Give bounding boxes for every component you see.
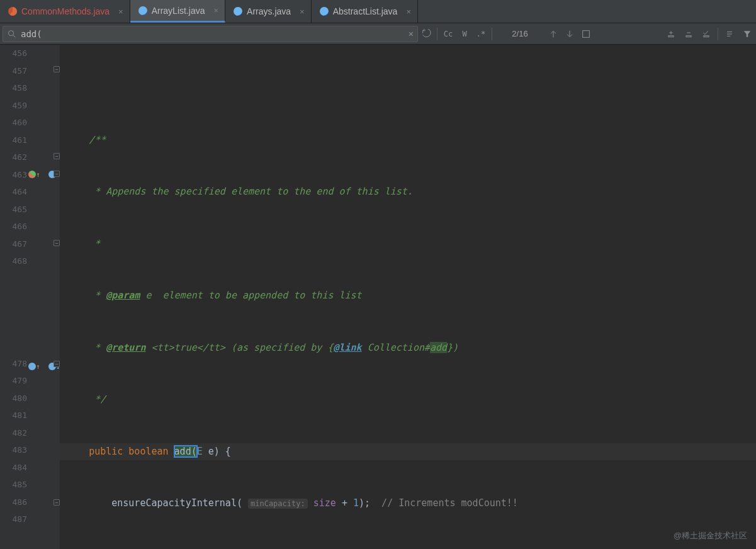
code: +	[336, 497, 353, 509]
close-icon[interactable]: ×	[300, 7, 305, 16]
line-number: 468	[0, 252, 27, 270]
tab-label: ArrayList.java	[152, 6, 205, 16]
line-number: 458	[0, 79, 27, 97]
line-number: 467	[0, 235, 27, 253]
tab-commonmethods[interactable]: CommonMethods.java ×	[0, 0, 130, 23]
separator	[437, 28, 437, 40]
match-case-button[interactable]: Cc	[440, 26, 456, 42]
line-number: 486	[0, 494, 27, 511]
fold-toggle-icon[interactable]: −	[54, 240, 60, 246]
doc-comment: <tt>	[145, 342, 174, 353]
clear-search-icon[interactable]: ×	[409, 29, 414, 39]
separator	[492, 28, 492, 40]
java-file-icon	[8, 6, 18, 16]
javadoc-return-tag: @return	[106, 342, 145, 353]
separator	[718, 28, 718, 40]
param-hint: minCapacity:	[248, 499, 308, 509]
field: size	[313, 497, 336, 509]
tab-arraylist[interactable]: ArrayList.java ×	[130, 0, 225, 23]
svg-rect-9	[686, 35, 691, 37]
java-file-icon	[319, 6, 329, 16]
tab-arrays[interactable]: Arrays.java ×	[225, 0, 312, 23]
line-number: 457	[0, 62, 27, 80]
prev-match-button[interactable]	[545, 26, 561, 42]
line-number: 485	[0, 476, 27, 494]
search-highlight-current: add(	[174, 446, 197, 457]
fold-toggle-icon[interactable]: −	[54, 171, 60, 177]
gutter: 456 457 458 459 460 461 462 463 464 465 …	[0, 45, 60, 549]
line-number: 481	[0, 407, 27, 424]
filter-button[interactable]	[738, 26, 756, 42]
add-selection-button[interactable]	[662, 26, 680, 42]
close-icon[interactable]: ×	[406, 7, 411, 16]
line-number: 464	[0, 183, 27, 201]
tab-label: AbstractList.java	[333, 6, 398, 16]
line-number: 483	[0, 441, 27, 459]
search-icon	[7, 29, 17, 39]
whole-word-button[interactable]: W	[456, 26, 473, 42]
line-number: 479	[0, 372, 27, 390]
fold-toggle-icon[interactable]: −	[54, 153, 60, 159]
fold-column: − − − − − −	[54, 45, 60, 549]
line-number: 463	[0, 166, 27, 184]
tab-abstractlist[interactable]: AbstractList.java ×	[312, 0, 418, 23]
line-number: 478	[0, 355, 27, 373]
doc-comment: *	[89, 342, 106, 353]
editor-tab-bar: CommonMethods.java × ArrayList.java × Ar…	[0, 0, 756, 23]
tab-label: Arrays.java	[247, 6, 291, 16]
javadoc-param-tag: @param	[106, 290, 140, 301]
line-number: 460	[0, 114, 27, 132]
svg-rect-4	[583, 30, 590, 37]
type: E	[197, 446, 203, 457]
search-input[interactable]	[21, 29, 409, 39]
line-number: 456	[0, 45, 27, 62]
doc-comment: *	[89, 290, 106, 301]
export-results-button[interactable]	[721, 26, 738, 42]
svg-point-0	[9, 30, 14, 35]
select-all-occurrences-button[interactable]	[697, 26, 715, 42]
close-icon[interactable]: ×	[213, 6, 218, 15]
tab-label: CommonMethods.java	[21, 6, 110, 16]
keyword: public	[89, 446, 123, 457]
line-number: 462	[0, 149, 27, 166]
svg-rect-10	[704, 35, 709, 37]
javadoc-link-tag: @link	[333, 342, 361, 353]
line-number: 461	[0, 132, 27, 149]
history-icon[interactable]	[418, 26, 434, 42]
doc-comment: </tt> (as specified by {	[197, 342, 334, 353]
line-number: 480	[0, 390, 27, 407]
doc-comment: })	[447, 342, 458, 353]
code: );	[359, 497, 381, 509]
line-comment: // Increments modCount!!	[381, 497, 518, 509]
remove-selection-button[interactable]	[680, 26, 697, 42]
doc-comment: *	[89, 238, 100, 249]
svg-marker-14	[744, 31, 751, 37]
doc-comment: Collection#	[362, 342, 430, 353]
line-number: 459	[0, 97, 27, 115]
doc-comment: true	[174, 342, 197, 353]
select-all-button[interactable]	[578, 26, 594, 42]
doc-comment: * Appends the specified element to the e…	[89, 186, 413, 197]
line-number: 487	[0, 511, 27, 528]
fold-toggle-icon[interactable]: −	[54, 361, 60, 367]
doc-comment: /**	[89, 134, 106, 145]
line-number: 482	[0, 424, 27, 442]
find-input-wrap: ×	[3, 26, 418, 42]
regex-button[interactable]: .*	[473, 26, 489, 42]
fold-toggle-icon[interactable]: −	[54, 499, 60, 506]
fold-toggle-icon[interactable]: −	[54, 66, 60, 72]
next-match-button[interactable]	[561, 26, 578, 42]
code	[308, 497, 313, 509]
doc-comment: e element to be appended to this list	[140, 290, 361, 301]
current-line: public boolean add(E e) {	[60, 443, 756, 461]
svg-rect-7	[669, 35, 674, 37]
svg-line-1	[13, 35, 15, 37]
doc-comment: */	[89, 393, 106, 405]
keyword: boolean	[128, 446, 168, 457]
doc-comment: add	[430, 342, 447, 353]
close-icon[interactable]: ×	[118, 7, 123, 16]
code-editor[interactable]: 456 457 458 459 460 461 462 463 464 465 …	[0, 45, 756, 549]
code-area[interactable]: /** * Appends the specified element to t…	[60, 45, 756, 549]
code: ensureCapacityInternal(	[111, 497, 242, 509]
java-file-icon	[233, 6, 243, 16]
